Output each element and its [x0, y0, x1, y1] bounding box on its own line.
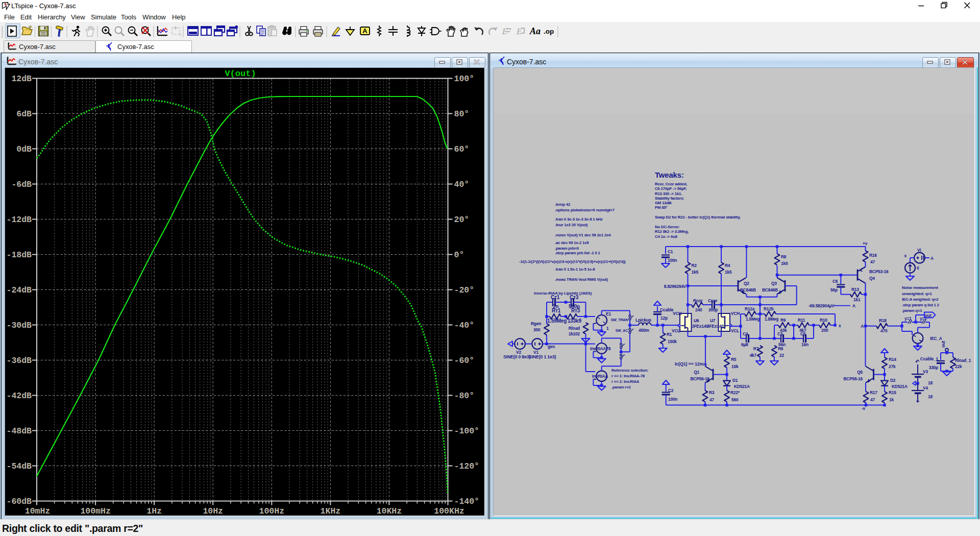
- svg-text:133k9: 133k9: [568, 318, 581, 324]
- svg-text:-36dB: -36dB: [6, 356, 32, 366]
- svg-text:Rload_1: Rload_1: [955, 358, 971, 363]
- svg-text:A: A: [852, 303, 855, 308]
- svg-text:Rт3: Rт3: [571, 308, 580, 313]
- svg-text:R22*: R22*: [730, 390, 740, 395]
- svg-text:C4: C4: [743, 331, 748, 336]
- svg-text:Cт3: Cт3: [570, 295, 579, 300]
- svg-text:-60°: -60°: [454, 356, 475, 366]
- svg-text:R13 330 -> 1k1.: R13 330 -> 1k1.: [655, 191, 682, 196]
- svg-text:GM 13dB: GM 13dB: [655, 201, 672, 205]
- svg-text:A: A: [861, 324, 864, 329]
- svg-text:Ccable: Ccable: [660, 307, 674, 312]
- svg-text:240: 240: [695, 307, 702, 312]
- svg-text:-48dB: -48dB: [6, 426, 32, 436]
- svg-text:-6dB: -6dB: [11, 180, 32, 189]
- svg-text:Lpickup: Lpickup: [635, 318, 651, 323]
- svg-text:-100°: -100°: [454, 426, 480, 436]
- svg-text:18: 18: [928, 380, 933, 385]
- svg-text:.param q=1: .param q=1: [902, 308, 922, 313]
- svg-text:.temp 42: .temp 42: [555, 202, 571, 207]
- svg-text:-24dB: -24dB: [6, 285, 32, 295]
- svg-text:-40°: -40°: [454, 321, 475, 330]
- svg-text:R4: R4: [725, 263, 730, 268]
- svg-text:R3: R3: [709, 390, 715, 395]
- svg-text:Rcor: Rcor: [693, 298, 703, 303]
- svg-text:100Hz: 100Hz: [259, 506, 285, 516]
- svg-text:U6: U6: [694, 318, 699, 323]
- svg-text:1Hz: 1Hz: [146, 506, 162, 516]
- svg-text:Reference selection:: Reference selection:: [611, 368, 648, 373]
- svg-text:SINE(0 0 8e3): SINE(0 0 8e3): [503, 354, 530, 359]
- svg-text:-v: -v: [862, 406, 866, 411]
- svg-text:1KHz: 1KHz: [321, 506, 341, 516]
- svg-text:27k: 27k: [889, 364, 896, 369]
- svg-text:C5: C5: [800, 331, 806, 336]
- svg-text:Q2: Q2: [744, 281, 749, 286]
- svg-text:V4: V4: [923, 385, 928, 391]
- svg-text:-60dB: -60dB: [6, 497, 32, 506]
- svg-text:80°: 80°: [454, 109, 470, 119]
- svg-text:R14: R14: [889, 357, 896, 362]
- svg-text:Rт1: Rт1: [552, 308, 561, 313]
- svg-text:12p: 12p: [660, 315, 668, 321]
- svg-text:BCP53-16: BCP53-16: [869, 269, 889, 274]
- svg-text:E1: E1: [606, 311, 611, 316]
- svg-text:R2: R2: [692, 263, 697, 268]
- svg-text:Vi: Vi: [917, 248, 921, 253]
- svg-text:47: 47: [870, 397, 875, 402]
- svg-text:Cт1: Cт1: [551, 295, 560, 300]
- svg-text:.step param q list 1 2: .step param q list 1 2: [902, 303, 940, 307]
- svg-text:1k102: 1k102: [569, 331, 580, 336]
- svg-text:out: out: [925, 313, 932, 318]
- svg-text:470: 470: [880, 328, 888, 333]
- svg-text:InvRIAA78: InvRIAA78: [590, 346, 611, 351]
- svg-text:330p: 330p: [929, 365, 938, 370]
- svg-text:R12a: R12a: [745, 306, 755, 311]
- svg-text:BCP56-16: BCP56-16: [843, 376, 863, 381]
- svg-text:300: 300: [533, 327, 541, 332]
- svg-text:20°: 20°: [454, 215, 470, 225]
- svg-text:.param prb=0: .param prb=0: [555, 246, 579, 251]
- svg-text:100KHz: 100KHz: [434, 506, 464, 516]
- svg-text:.step param prb list -1 0 1: .step param prb list -1 0 1: [555, 251, 600, 255]
- svg-text:out: out: [941, 341, 946, 348]
- svg-text:SINE(0 1 1e3): SINE(0 1 1e3): [529, 354, 556, 359]
- svg-text:100n: 100n: [668, 397, 677, 402]
- svg-text:-54dB: -54dB: [6, 461, 32, 471]
- svg-text:+v: +v: [863, 241, 868, 246]
- svg-text:R9: R9: [780, 318, 786, 323]
- svg-text:gen: gen: [548, 345, 555, 349]
- svg-text:0°: 0°: [454, 250, 464, 260]
- svg-text:x: x: [904, 253, 907, 258]
- svg-text:R5: R5: [731, 357, 737, 362]
- svg-text:BC846B: BC846B: [762, 287, 778, 293]
- svg-text:R1: R1: [667, 332, 672, 337]
- svg-text:C6 270pF -> 56pF,: C6 270pF -> 56pF,: [655, 186, 687, 191]
- svg-text:10Hz: 10Hz: [203, 506, 223, 516]
- svg-text:1: 1: [606, 326, 609, 331]
- svg-text:.param r=2: .param r=2: [611, 385, 631, 389]
- svg-text:R6: R6: [778, 346, 783, 351]
- svg-text:C2: C2: [668, 388, 674, 393]
- svg-text:A: A: [930, 256, 934, 261]
- svg-text:KD521A: KD521A: [892, 384, 908, 389]
- svg-text:100°: 100°: [454, 74, 475, 84]
- svg-text:Ccable_1: Ccable_1: [920, 356, 939, 361]
- svg-text:IEC_A: IEC_A: [930, 336, 942, 341]
- svg-text:Noise measurement: Noise measurement: [902, 285, 938, 290]
- svg-text:Stability factors:: Stability factors:: [655, 196, 684, 201]
- svg-text:200: 200: [821, 328, 828, 333]
- svg-text:-69.582904µV: -69.582904µV: [808, 303, 835, 308]
- svg-text:VCL: VCL: [731, 328, 739, 333]
- svg-text:Inverse-RIAA by Lipshitz (JAES: Inverse-RIAA by Lipshitz (JAES): [534, 291, 592, 296]
- svg-text:15k: 15k: [731, 364, 739, 369]
- svg-text:100mHz: 100mHz: [80, 506, 110, 516]
- svg-text:1k5: 1k5: [725, 270, 732, 275]
- svg-text:Ic(Q1) == 12mA: Ic(Q1) == 12mA: [675, 361, 707, 367]
- svg-text:KD521A: KD521A: [734, 384, 750, 389]
- svg-text:R13: R13: [851, 287, 859, 292]
- svg-text:VCL: VCL: [672, 328, 680, 333]
- svg-text:R12 8k2 -> 3.3Meg,: R12 8k2 -> 3.3Meg,: [655, 229, 689, 234]
- svg-text:PM 85°: PM 85°: [655, 205, 668, 210]
- svg-text:-20°: -20°: [454, 285, 475, 295]
